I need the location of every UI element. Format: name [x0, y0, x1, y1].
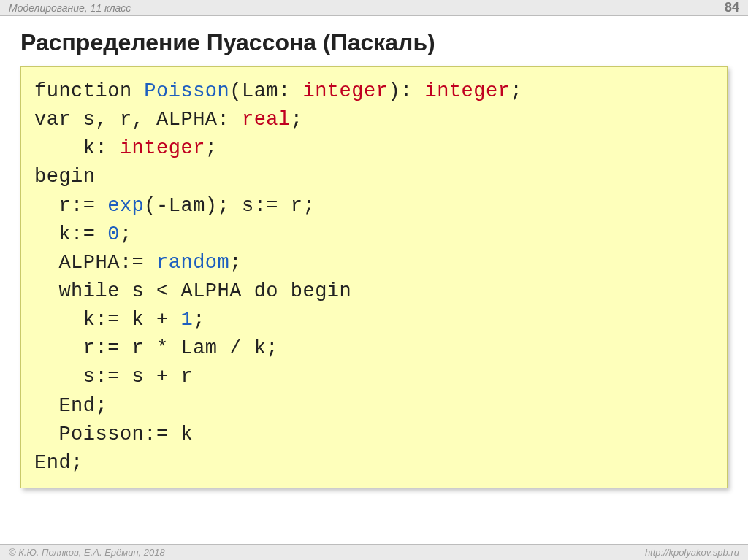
page-number: 84 — [725, 0, 739, 15]
footer-bar: © К.Ю. Поляков, Е.А. Ерёмин, 2018 http:/… — [0, 544, 748, 560]
breadcrumb: Моделирование, 11 класс — [9, 2, 131, 14]
page-title: Распределение Пуассона (Паскаль) — [20, 29, 728, 56]
header-bar: Моделирование, 11 класс 84 — [0, 0, 748, 16]
footer-copyright: © К.Ю. Поляков, Е.А. Ерёмин, 2018 — [9, 547, 165, 558]
slide-content: Распределение Пуассона (Паскаль) functio… — [0, 16, 748, 488]
code-block: function Poisson(Lam: integer): integer;… — [20, 66, 728, 488]
footer-url: http://kpolyakov.spb.ru — [645, 547, 739, 558]
